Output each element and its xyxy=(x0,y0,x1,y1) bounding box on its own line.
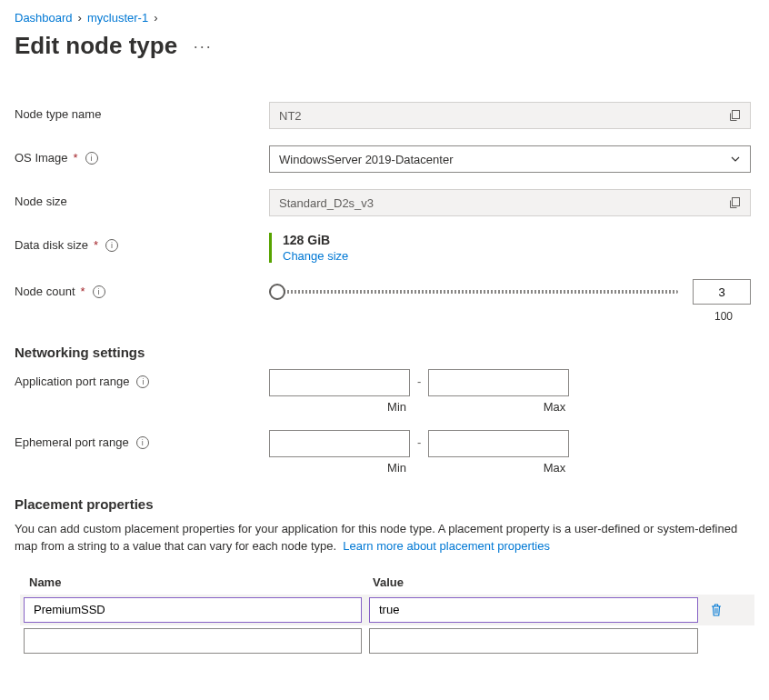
prop-value-input[interactable] xyxy=(369,628,698,654)
node-size-value: Standard_D2s_v3 xyxy=(279,196,374,210)
info-icon[interactable]: i xyxy=(136,436,149,449)
props-header-value: Value xyxy=(373,575,709,589)
breadcrumb-item[interactable]: Dashboard xyxy=(15,11,73,25)
required-indicator: * xyxy=(94,238,98,252)
node-type-name-field: NT2 xyxy=(269,102,751,129)
node-count-slider[interactable] xyxy=(269,281,678,303)
svg-rect-0 xyxy=(733,111,740,119)
placement-heading: Placement properties xyxy=(15,496,754,512)
eph-port-max-input[interactable] xyxy=(428,430,569,457)
data-disk-size-block: 128 GiB Change size xyxy=(269,233,754,263)
props-header-name: Name xyxy=(29,575,373,589)
os-image-label: OS Image* i xyxy=(15,145,269,165)
props-row xyxy=(20,625,754,656)
min-label: Min xyxy=(387,400,410,414)
node-count-max-label: 100 xyxy=(269,310,751,323)
learn-more-link[interactable]: Learn more about placement properties xyxy=(343,539,550,553)
max-label: Max xyxy=(544,400,570,414)
required-indicator: * xyxy=(81,285,85,298)
breadcrumb-item[interactable]: mycluster-1 xyxy=(87,11,148,25)
node-type-name-label: Node type name xyxy=(15,102,269,121)
change-size-link[interactable]: Change size xyxy=(283,249,348,263)
info-icon[interactable]: i xyxy=(105,239,118,252)
prop-value-input[interactable] xyxy=(369,597,698,623)
prop-name-input[interactable] xyxy=(24,597,362,623)
more-actions-button[interactable]: ··· xyxy=(194,37,213,56)
placement-description: You can add custom placement properties … xyxy=(15,521,754,555)
app-port-range-label: Application port range i xyxy=(15,369,269,388)
data-disk-size-label: Data disk size* i xyxy=(15,233,269,252)
data-disk-size-value: 128 GiB xyxy=(283,233,754,247)
range-separator: - xyxy=(410,369,428,388)
chevron-down-icon xyxy=(730,154,741,165)
app-port-max-input[interactable] xyxy=(428,369,569,396)
prop-name-input[interactable] xyxy=(24,628,362,654)
min-label: Min xyxy=(387,461,410,475)
eph-port-min-input[interactable] xyxy=(269,430,410,457)
os-image-select[interactable]: WindowsServer 2019-Datacenter xyxy=(269,145,751,173)
chevron-right-icon: › xyxy=(154,11,157,25)
os-image-value: WindowsServer 2019-Datacenter xyxy=(279,153,453,166)
info-icon[interactable]: i xyxy=(93,285,105,298)
svg-rect-1 xyxy=(733,198,740,206)
range-separator: - xyxy=(410,430,428,449)
networking-heading: Networking settings xyxy=(15,345,754,360)
props-row xyxy=(20,595,754,625)
copy-icon[interactable] xyxy=(728,196,741,209)
page-title: Edit node type xyxy=(15,32,177,60)
info-icon[interactable]: i xyxy=(85,152,98,165)
copy-icon[interactable] xyxy=(728,109,741,122)
node-size-label: Node size xyxy=(15,189,269,208)
required-indicator: * xyxy=(74,151,78,165)
delete-icon[interactable] xyxy=(705,603,727,617)
chevron-right-icon: › xyxy=(78,11,82,25)
info-icon[interactable]: i xyxy=(136,375,149,388)
node-size-field: Standard_D2s_v3 xyxy=(269,189,751,216)
app-port-min-input[interactable] xyxy=(269,369,410,396)
slider-thumb[interactable] xyxy=(269,284,285,300)
node-count-label: Node count* i xyxy=(15,279,269,298)
node-count-input[interactable] xyxy=(693,279,751,305)
breadcrumb: Dashboard › mycluster-1 › xyxy=(15,11,754,25)
max-label: Max xyxy=(544,461,570,475)
eph-port-range-label: Ephemeral port range i xyxy=(15,430,269,449)
node-type-name-value: NT2 xyxy=(279,109,302,123)
